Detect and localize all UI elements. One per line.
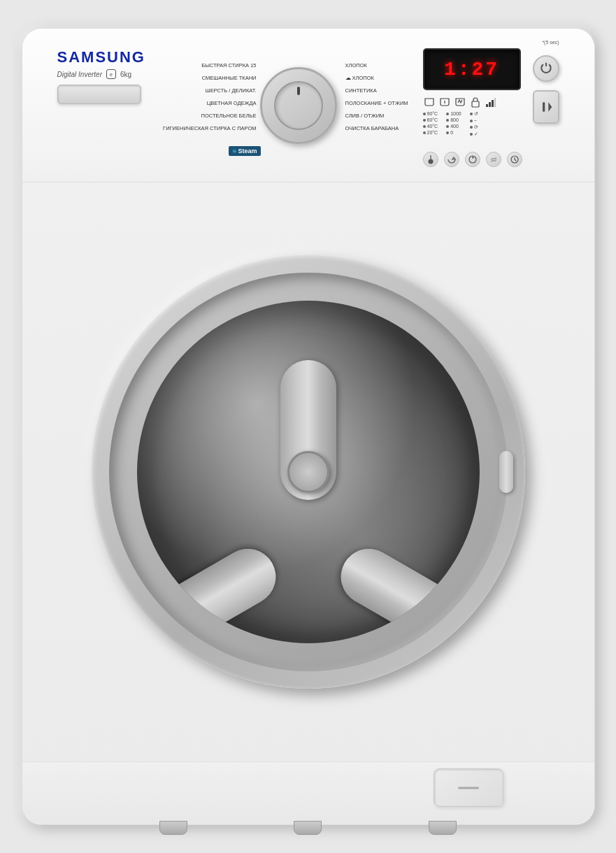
detergent-drawer[interactable] <box>57 85 141 104</box>
spin-col: 1000 800 400 0 <box>446 111 461 137</box>
door-glass-window[interactable] <box>137 301 480 643</box>
control-panel: *(5 sec) 1:27 <box>423 48 559 181</box>
hatch-slot <box>458 787 479 789</box>
spin-400: 400 <box>446 124 461 129</box>
foot-center <box>294 821 322 835</box>
pause-play-button[interactable] <box>533 90 559 124</box>
time-display: 1:27 <box>423 48 521 90</box>
capacity-label: 6kg <box>120 71 131 78</box>
spin-400-dot <box>446 125 449 128</box>
spin-0-label: 0 <box>450 130 453 135</box>
spin-800: 800 <box>446 117 461 122</box>
function-buttons-row <box>423 152 522 167</box>
ind-done-label: ✓ <box>474 131 478 137</box>
di-text: Digital Inverter <box>57 71 102 78</box>
tub-icon-1 <box>423 96 436 108</box>
prog-bedding: ПОСТЕЛЬНОЕ БЕЛЬЕ <box>159 113 257 119</box>
temp-90-dot <box>423 113 426 115</box>
service-hatch[interactable] <box>434 768 503 807</box>
temp-20-dot <box>423 131 426 134</box>
svg-rect-4 <box>486 104 488 107</box>
ind-spin-label: ⟳ <box>474 124 478 130</box>
foot-left <box>159 821 187 835</box>
temp-60-dot <box>423 119 426 122</box>
settings-icons-row <box>423 96 497 108</box>
spin-button[interactable] <box>465 152 480 167</box>
rinse-button[interactable] <box>444 152 459 167</box>
temp-90: 90°C <box>423 111 438 116</box>
svg-rect-5 <box>489 102 491 107</box>
prog-hygiene: ГИГИЕНИЧЕСКАЯ СТИРКА С ПАРОМ <box>159 125 257 131</box>
delay-button[interactable] <box>507 152 522 167</box>
spin-1000: 1000 <box>446 111 461 116</box>
indicator-done: ✓ <box>470 131 478 137</box>
svg-rect-0 <box>543 102 545 111</box>
lock-icon <box>469 96 482 108</box>
foot-right <box>429 821 457 835</box>
pause-play-icon <box>539 100 553 114</box>
brand-logo: SAMSUNG <box>57 48 145 66</box>
temp-60: 60°C <box>423 117 438 122</box>
ind-rinse-label: ~ <box>474 118 477 123</box>
hold-label: *(5 sec) <box>542 40 559 45</box>
svg-rect-6 <box>492 100 494 107</box>
prog-color: ЦВЕТНАЯ ОДЕЖДА <box>159 100 257 106</box>
signal-icon <box>485 96 497 108</box>
indicator-wash: ↺ <box>470 111 478 117</box>
drum-paddle-3 <box>137 538 286 643</box>
spin-0: 0 <box>446 130 461 135</box>
ind-spin-dot <box>470 126 473 129</box>
temp-40: 40°C <box>423 124 438 129</box>
extra-indicators: ↺ ~ ⟳ ✓ <box>470 111 478 137</box>
display-time-value: 1:27 <box>444 59 499 80</box>
program-labels-left: БЫСТРАЯ СТИРКА 15 СМЕШАННЫЕ ТКАНИ ШЕРСТЬ… <box>159 62 257 138</box>
knob-indicator <box>297 87 300 95</box>
digital-inverter-label: Digital Inverter e 6kg <box>57 69 132 79</box>
tub-icon-2 <box>438 96 451 108</box>
knob-inner-ring <box>274 81 323 130</box>
door-outer-ring <box>92 255 525 689</box>
steam-button[interactable] <box>486 152 501 167</box>
prog-wool: ШЕРСТЬ / ДЕЛИКАТ. <box>159 87 257 94</box>
spin-800-dot <box>446 119 449 122</box>
steam-label-area: ≋ Steam <box>229 146 261 156</box>
drum-center-hub <box>287 451 329 493</box>
steam-logo: ≋ Steam <box>229 146 261 156</box>
temp-40-dot <box>423 125 426 128</box>
temp-90-label: 90°C <box>427 111 438 116</box>
spin-1000-label: 1000 <box>450 111 461 116</box>
steam-wave-icon: ≋ <box>232 148 237 155</box>
spin-400-label: 400 <box>450 124 459 129</box>
drum-paddle-2 <box>330 538 479 643</box>
washing-machine: SAMSUNG Digital Inverter e 6kg ≋ Steam Б… <box>22 28 595 825</box>
power-icon <box>539 62 553 76</box>
eco-icon: e <box>106 69 116 79</box>
power-button[interactable] <box>533 55 559 82</box>
door-inner-ring <box>109 273 508 671</box>
temperature-button[interactable] <box>423 152 438 167</box>
temp-20-label: 20°C <box>427 130 438 135</box>
svg-rect-7 <box>494 98 496 107</box>
svg-marker-1 <box>548 102 552 111</box>
ind-wash-dot <box>470 113 473 115</box>
indicator-spin: ⟳ <box>470 124 478 130</box>
spin-800-label: 800 <box>450 117 459 122</box>
temperature-col: 90°C 60°C 40°C 20°C <box>423 111 438 137</box>
steam-text: Steam <box>238 148 257 155</box>
tub-icon-3 <box>454 96 466 108</box>
spin-0-dot <box>446 131 449 134</box>
prog-quick15: БЫСТРАЯ СТИРКА 15 <box>159 62 257 69</box>
knob-outer-ring <box>260 67 337 144</box>
temp-60-label: 60°C <box>427 117 438 122</box>
spin-1000-dot <box>446 113 449 115</box>
temp-spin-indicators: 90°C 60°C 40°C 20°C <box>423 111 478 137</box>
indicator-rinse: ~ <box>470 118 478 123</box>
program-selector-knob[interactable] <box>260 67 337 144</box>
door-handle[interactable] <box>499 451 513 493</box>
prog-mixed: СМЕШАННЫЕ ТКАНИ <box>159 75 257 81</box>
ind-rinse-dot <box>470 120 473 122</box>
temp-20: 20°C <box>423 130 438 135</box>
top-control-panel: SAMSUNG Digital Inverter e 6kg ≋ Steam Б… <box>22 29 594 182</box>
svg-rect-3 <box>472 101 479 107</box>
feet-row <box>22 821 594 835</box>
